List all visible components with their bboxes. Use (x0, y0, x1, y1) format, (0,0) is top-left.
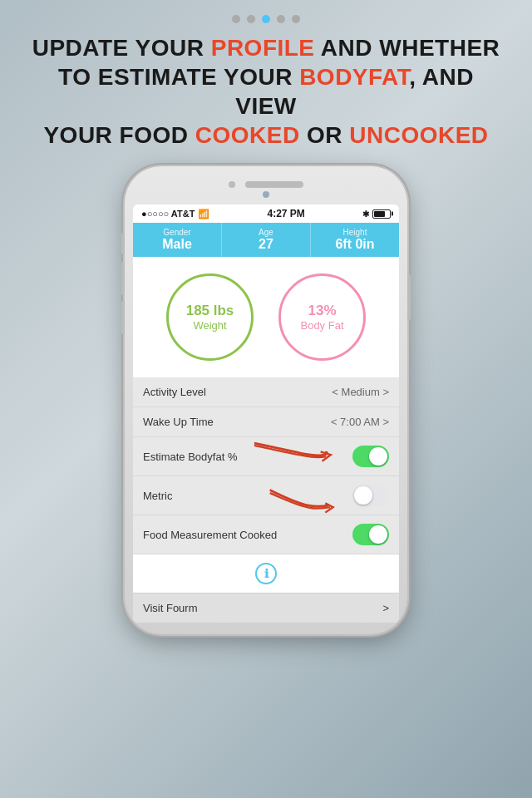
estimate-bodyfat-row[interactable]: Estimate Bodyfat % (133, 437, 399, 476)
front-camera (229, 181, 235, 188)
phone-shell: ●○○○○ AT&T 📶 4:27 PM ✱ Gender Male Age 2… (125, 166, 407, 634)
headline-line2: TO ESTIMATE YOUR BODYFAT, AND VIEW (25, 62, 507, 121)
gender-label: Gender (136, 228, 218, 237)
accent-uncooked: UNCOOKED (349, 122, 488, 148)
height-value: 6ft 0in (314, 237, 396, 252)
status-right: ✱ (362, 209, 391, 219)
headline-line3: YOUR FOOD COOKED OR UNCOOKED (25, 121, 507, 150)
status-bar: ●○○○○ AT&T 📶 4:27 PM ✱ (133, 204, 399, 223)
headline-line1: UPDATE YOUR PROFILE AND WHETHER (25, 33, 507, 62)
dot-3[interactable] (262, 15, 270, 23)
metric-label: Metric (143, 490, 172, 502)
stats-area: 185 lbs Weight 13% Body Fat (133, 257, 399, 377)
battery-icon (372, 209, 391, 219)
side-button-power (407, 274, 411, 320)
side-button-vol-up (121, 262, 125, 295)
side-button-mute (121, 233, 125, 254)
accent-cooked: COOKED (195, 122, 300, 148)
activity-level-row[interactable]: Activity Level < Medium > (133, 377, 399, 407)
profile-header: Gender Male Age 27 Height 6ft 0in (133, 223, 399, 257)
earpiece (245, 181, 303, 188)
gender-value: Male (136, 237, 218, 252)
age-cell[interactable]: Age 27 (222, 223, 311, 257)
settings-area: Activity Level < Medium > Wake Up Time <… (133, 377, 399, 554)
wake-up-time-row[interactable]: Wake Up Time < 7:00 AM > (133, 407, 399, 437)
age-label: Age (225, 228, 307, 237)
height-cell[interactable]: Height 6ft 0in (311, 223, 399, 257)
forum-chevron: > (382, 602, 389, 614)
age-value: 27 (225, 237, 307, 252)
metric-row[interactable]: Metric (133, 476, 399, 515)
forum-label: Visit Fourm (143, 602, 198, 614)
accent-bodyfat: BODYFAT (299, 64, 409, 90)
bodyfat-circle[interactable]: 13% Body Fat (278, 273, 366, 361)
status-time: 4:27 PM (268, 208, 305, 219)
estimate-bodyfat-toggle[interactable] (352, 446, 389, 467)
weight-circle[interactable]: 185 lbs Weight (166, 273, 254, 361)
food-measurement-label: Food Measurement Cooked (143, 529, 277, 541)
page-indicator (25, 15, 507, 23)
metric-toggle[interactable] (352, 485, 389, 506)
forum-row[interactable]: Visit Fourm > (133, 593, 399, 623)
side-button-vol-down (121, 301, 125, 334)
gender-cell[interactable]: Gender Male (133, 223, 222, 257)
dot-1[interactable] (232, 15, 240, 23)
estimate-bodyfat-label: Estimate Bodyfat % (143, 451, 237, 463)
status-left: ●○○○○ AT&T 📶 (141, 209, 209, 219)
battery-fill (374, 211, 385, 217)
toggle-knob (369, 447, 387, 466)
height-label: Height (314, 228, 396, 237)
phone-front-top (229, 181, 303, 188)
dot-2[interactable] (247, 15, 255, 23)
dot-5[interactable] (292, 15, 300, 23)
food-measurement-row[interactable]: Food Measurement Cooked (133, 515, 399, 554)
activity-level-value: < Medium > (332, 386, 389, 398)
bodyfat-value: 13% (308, 303, 336, 319)
camera-lens (263, 191, 269, 198)
weight-label: Weight (193, 319, 226, 332)
wake-up-label: Wake Up Time (143, 416, 214, 428)
accent-profile: PROFILE (211, 35, 315, 61)
bluetooth-icon: ✱ (362, 209, 369, 219)
bodyfat-label: Body Fat (300, 319, 343, 332)
wifi-icon: 📶 (198, 209, 209, 219)
food-measurement-toggle[interactable] (352, 524, 389, 545)
headline: UPDATE YOUR PROFILE AND WHETHER TO ESTIM… (25, 33, 507, 150)
top-section: UPDATE YOUR PROFILE AND WHETHER TO ESTIM… (0, 0, 532, 158)
dot-4[interactable] (277, 15, 285, 23)
metric-toggle-knob (354, 486, 372, 505)
weight-value: 185 lbs (186, 303, 234, 319)
activity-level-label: Activity Level (143, 386, 206, 398)
carrier-text: ●○○○○ AT&T (141, 209, 195, 219)
food-toggle-knob (369, 525, 387, 544)
phone-screen: ●○○○○ AT&T 📶 4:27 PM ✱ Gender Male Age 2… (133, 204, 399, 623)
wake-up-value: < 7:00 AM > (331, 416, 389, 428)
info-area: ℹ (133, 554, 399, 593)
info-button[interactable]: ℹ (255, 563, 277, 584)
phone-top (133, 178, 399, 204)
